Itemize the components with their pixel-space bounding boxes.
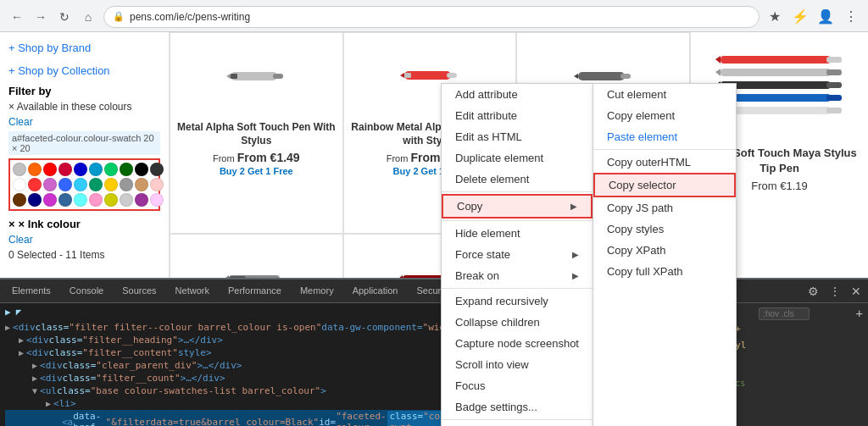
colour-swatch[interactable] [150, 193, 164, 207]
triangle-7[interactable]: ▶ [46, 399, 51, 408]
triangle-6[interactable]: ▼ [32, 386, 37, 396]
svg-rect-30 [826, 95, 842, 101]
menu-delete[interactable]: Delete element [442, 169, 593, 190]
triangle-5[interactable]: ▶ [32, 373, 37, 383]
profile-icon[interactable]: 👤 [815, 7, 836, 27]
devtools-close-icon[interactable]: ✕ [848, 283, 865, 300]
extensions-icon[interactable]: ⚡ [790, 7, 810, 27]
colour-swatch[interactable] [28, 163, 42, 176]
submenu-cut[interactable]: Cut element [593, 84, 736, 105]
menu-badge[interactable]: Badge settings... [442, 396, 593, 418]
colour-swatch[interactable] [58, 163, 72, 176]
submenu-copy-outer[interactable]: Copy outerHTML [593, 152, 736, 173]
styles-add-icon[interactable]: + [856, 307, 863, 320]
colour-swatch[interactable] [13, 193, 26, 207]
colour-swatch[interactable] [43, 163, 57, 176]
product-card-1[interactable]: Metal Alpha Soft Touch Pen With Stylus F… [170, 32, 343, 234]
menu-break-on[interactable]: Break on ▶ [442, 265, 593, 286]
menu-scroll[interactable]: Scroll into view [442, 354, 593, 375]
svg-rect-20 [721, 56, 831, 64]
colour-swatch[interactable] [120, 193, 133, 207]
colour-swatch[interactable] [28, 178, 42, 191]
submenu-copy-element[interactable]: Copy element [593, 105, 736, 126]
colour-swatch[interactable] [13, 178, 26, 191]
styles-filter-input[interactable] [759, 307, 810, 320]
colour-swatch[interactable] [43, 193, 57, 207]
separator-4 [442, 419, 593, 420]
triangle-1[interactable]: ▶ [5, 323, 10, 332]
submenu-copy-styles[interactable]: Copy styles [593, 219, 736, 240]
colour-swatch[interactable] [104, 193, 118, 207]
svg-rect-23 [721, 69, 831, 76]
submenu-copy-xpath[interactable]: Copy XPath [593, 240, 736, 261]
colour-swatch[interactable] [28, 193, 42, 207]
colour-swatch[interactable] [74, 193, 87, 207]
product-name-1: Metal Alpha Soft Touch Pen With Stylus [177, 121, 336, 147]
triangle-3[interactable]: ▶ [19, 348, 24, 357]
colour-swatch[interactable] [150, 163, 164, 176]
svg-marker-22 [715, 56, 721, 64]
svg-rect-0 [231, 72, 277, 80]
colour-swatch[interactable] [74, 178, 87, 191]
colour-swatch[interactable] [89, 163, 103, 176]
colour-swatch[interactable] [120, 178, 133, 191]
menu-icon[interactable]: ⋮ [841, 7, 861, 27]
colour-swatch[interactable] [135, 163, 148, 176]
available-colours-text: × Available in these colours [8, 101, 132, 113]
star-icon[interactable]: ★ [765, 7, 785, 27]
colour-swatch[interactable] [89, 193, 103, 207]
clear-colours-link[interactable]: Clear [8, 116, 160, 128]
tab-sources[interactable]: Sources [114, 282, 164, 301]
menu-edit-attribute[interactable]: Edit attribute [442, 105, 593, 126]
menu-capture[interactable]: Capture node screenshot [442, 333, 593, 354]
colour-swatch[interactable] [135, 178, 148, 191]
tab-performance[interactable]: Performance [220, 282, 290, 301]
triangle-4[interactable]: ▶ [32, 361, 37, 370]
submenu-paste[interactable]: Paste element [593, 126, 736, 147]
menu-force-state[interactable]: Force state ▶ [442, 244, 593, 265]
colour-swatch[interactable] [89, 178, 103, 191]
colour-swatch[interactable] [74, 163, 87, 176]
submenu-copy-js[interactable]: Copy JS path [593, 197, 736, 219]
device-icon[interactable]: ◤ [16, 307, 22, 318]
tab-memory[interactable]: Memory [292, 282, 342, 301]
tab-network[interactable]: Network [167, 282, 218, 301]
menu-focus[interactable]: Focus [442, 375, 593, 396]
colour-swatch[interactable] [135, 193, 148, 207]
shop-collection-link[interactable]: + Shop by Collection [8, 62, 160, 80]
menu-duplicate[interactable]: Duplicate element [442, 147, 593, 169]
menu-edit-html[interactable]: Edit as HTML [442, 126, 593, 147]
colour-swatch[interactable] [150, 178, 164, 191]
inspect-icon[interactable]: ▶ [5, 307, 11, 318]
devtools-settings-icon[interactable]: ⚙ [804, 283, 822, 300]
submenu-copy-full-xpath[interactable]: Copy full XPath [593, 261, 736, 282]
reload-button[interactable]: ↻ [54, 7, 75, 27]
triangle-2[interactable]: ▶ [19, 335, 24, 345]
tab-application[interactable]: Application [344, 282, 407, 301]
tab-console[interactable]: Console [61, 282, 112, 301]
tab-elements[interactable]: Elements [3, 282, 59, 301]
colour-swatch[interactable] [104, 178, 118, 191]
home-button[interactable]: ⌂ [78, 7, 98, 27]
colour-swatch[interactable] [120, 163, 133, 176]
menu-store-global[interactable]: Store as global variable [442, 422, 593, 426]
menu-add-attribute[interactable]: Add attribute [442, 84, 593, 105]
colour-swatch[interactable] [58, 178, 72, 191]
clear-ink-link[interactable]: Clear [8, 234, 160, 246]
ink-colour-close-icon[interactable]: × [8, 218, 15, 230]
devtools-more-icon[interactable]: ⋮ [826, 283, 844, 300]
submenu-copy-selector[interactable]: Copy selector [593, 173, 736, 197]
colour-swatch[interactable] [13, 163, 26, 176]
shop-brand-link[interactable]: + Shop by Brand [8, 39, 160, 57]
back-button[interactable]: ← [7, 7, 27, 27]
menu-collapse[interactable]: Collapse children [442, 312, 593, 333]
address-bar[interactable]: 🔒 pens.com/ie/c/pens-writing [103, 6, 760, 28]
menu-copy[interactable]: Copy ▶ [442, 194, 593, 219]
menu-expand[interactable]: Expand recursively [442, 290, 593, 312]
forward-button[interactable]: → [31, 7, 51, 27]
colour-swatch[interactable] [58, 193, 72, 207]
colour-swatch[interactable] [104, 163, 118, 176]
separator-2 [442, 220, 593, 221]
colour-swatch[interactable] [43, 178, 57, 191]
menu-hide[interactable]: Hide element [442, 223, 593, 244]
